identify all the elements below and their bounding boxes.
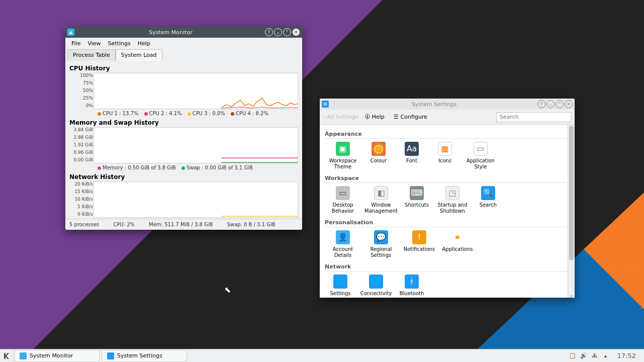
section-appearance: Appearance <box>325 131 570 139</box>
cpu-history-chart: 100% 75% 50% 25% 0% <box>94 73 298 109</box>
chevron-down-icon[interactable]: ⌄ <box>568 292 575 298</box>
system-settings-titlebar[interactable]: ⚙ System Settings ? ⌄ ⌃ ✕ <box>320 99 575 110</box>
menu-settings[interactable]: Settings <box>105 39 134 48</box>
help-button[interactable]: 🛈Help <box>361 113 388 121</box>
cpu-sparkline <box>94 73 298 109</box>
section-network: Network <box>325 263 570 272</box>
cpu-history-heading: CPU History <box>69 65 298 72</box>
system-monitor-window: ▲ System Monitor ? ⌄ ⌃ ✕ File View Setti… <box>65 27 302 230</box>
status-mem: Mem: 511.7 MiB / 3.8 GiB <box>149 222 213 227</box>
tab-strip: Process Table System Load <box>65 49 302 61</box>
status-swap: Swap: 0 B / 3.1 GiB <box>227 222 275 227</box>
dot-icon <box>188 112 191 116</box>
item-startup-shutdown[interactable]: ◳Startup and Shutdown <box>434 185 471 215</box>
section-personalisation: Personalisation <box>325 219 570 227</box>
dot-icon <box>98 112 101 116</box>
cpu-legend: CPU 1 : 13.7% CPU 2 : 4.1% CPU 3 : 0.0% … <box>94 111 298 116</box>
y-axis-ticks: 100% 75% 50% 25% 0% <box>69 73 93 108</box>
task-system-monitor[interactable]: System Monitor <box>14 350 100 362</box>
minimize-button-icon[interactable]: ⌄ <box>546 100 555 108</box>
scrollbar-thumb[interactable] <box>569 126 574 260</box>
close-button-icon[interactable]: ✕ <box>565 100 573 108</box>
clipboard-icon[interactable]: 📋 <box>569 352 576 359</box>
taskbar: System Monitor System Settings 📋 🔊 🖧 ▴ 1… <box>0 349 644 362</box>
status-cpu: CPU: 2% <box>113 222 135 227</box>
item-applications[interactable]: ★Applications <box>439 229 476 259</box>
chevron-left-icon: ‹ <box>323 114 325 120</box>
network-history-chart: 20 KiB/s 15 KiB/s 10 KiB/s 5 KiB/s 0 KiB… <box>94 182 298 218</box>
back-button: ‹All Settings <box>323 114 358 120</box>
item-desktop-behavior[interactable]: ▭Desktop Behavior <box>325 185 361 215</box>
status-bar: 5 processes CPU: 2% Mem: 511.7 MiB / 3.8… <box>65 219 302 230</box>
system-tray: 📋 🔊 🖧 ▴ 17:52 <box>565 352 644 359</box>
dot-icon <box>144 112 148 116</box>
y-axis-ticks: 3.84 GiB 2.88 GiB 1.92 GiB 0.96 GiB 0.00… <box>69 127 93 162</box>
system-monitor-icon <box>20 352 27 359</box>
item-account-details[interactable]: 👤Account Details <box>325 229 361 259</box>
item-icons[interactable]: ▦Icons <box>429 141 461 171</box>
memory-legend: Memory : 0.50 GiB of 3.8 GiB Swap : 0.00… <box>94 165 298 170</box>
system-monitor-icon: ▲ <box>67 29 74 36</box>
menu-view[interactable]: View <box>84 39 104 48</box>
item-notifications[interactable]: !Notifications <box>401 229 437 259</box>
status-processes: 5 processes <box>69 222 99 227</box>
menu-bar: File View Settings Help <box>65 38 302 49</box>
volume-icon[interactable]: 🔊 <box>580 352 587 359</box>
maximize-button-icon[interactable]: ⌃ <box>556 100 564 108</box>
network-icon[interactable]: 🖧 <box>591 352 598 359</box>
network-sparkline <box>94 182 298 217</box>
tray-expand-icon[interactable]: ▴ <box>602 352 609 359</box>
item-shortcuts[interactable]: ⌨Shortcuts <box>401 185 432 215</box>
tab-process-table[interactable]: Process Table <box>67 49 116 61</box>
memory-history-chart: 3.84 GiB 2.88 GiB 1.92 GiB 0.96 GiB 0.00… <box>94 127 298 163</box>
tab-system-load[interactable]: System Load <box>116 49 162 61</box>
item-network-settings[interactable]: 🌐Settings <box>325 274 356 298</box>
clock[interactable]: 17:52 <box>613 352 640 359</box>
item-colour[interactable]: ◯Colour <box>363 141 394 171</box>
help-button-icon[interactable]: ? <box>265 28 273 36</box>
settings-toolbar: ‹All Settings 🛈Help ☰Configure <box>320 110 575 125</box>
configure-button[interactable]: ☰Configure <box>391 113 430 121</box>
scrollbar[interactable]: ⌄ <box>568 125 575 298</box>
memory-sparkline <box>94 128 298 163</box>
window-title: System Monitor <box>77 29 264 36</box>
item-search[interactable]: 🔍Search <box>473 185 504 215</box>
item-window-management[interactable]: ◧Window Management <box>363 185 399 215</box>
help-icon: 🛈 <box>364 114 370 120</box>
menu-help[interactable]: Help <box>135 39 153 48</box>
dot-icon <box>181 166 185 170</box>
item-application-style[interactable]: ▭Application Style <box>463 141 499 171</box>
y-axis-ticks: 20 KiB/s 15 KiB/s 10 KiB/s 5 KiB/s 0 KiB… <box>69 182 93 217</box>
dot-icon <box>231 112 234 116</box>
item-bluetooth[interactable]: ᚼBluetooth <box>396 274 427 298</box>
item-connectivity[interactable]: 🌐Connectivity <box>358 274 394 298</box>
dot-icon <box>98 166 101 170</box>
menu-file[interactable]: File <box>68 39 83 48</box>
maximize-button-icon[interactable]: ⌃ <box>283 28 291 36</box>
system-monitor-body: CPU History 100% 75% 50% 25% 0% CPU 1 : … <box>65 61 302 219</box>
help-button-icon[interactable]: ? <box>537 100 545 108</box>
network-history-heading: Network History <box>69 173 298 180</box>
item-workspace-theme[interactable]: ▣Workspace Theme <box>325 141 361 171</box>
system-monitor-titlebar[interactable]: ▲ System Monitor ? ⌄ ⌃ ✕ <box>65 27 302 38</box>
task-system-settings[interactable]: System Settings <box>102 350 187 362</box>
close-button-icon[interactable]: ✕ <box>292 28 300 36</box>
minimize-button-icon[interactable]: ⌄ <box>274 28 282 36</box>
system-settings-icon <box>107 352 114 359</box>
search-input[interactable] <box>496 112 572 122</box>
kde-logo-icon <box>3 352 11 360</box>
settings-body[interactable]: Appearance ▣Workspace Theme ◯Colour AaFo… <box>320 125 575 298</box>
system-settings-icon: ⚙ <box>322 101 329 108</box>
item-regional-settings[interactable]: 💬Regional Settings <box>363 229 399 259</box>
window-title: System Settings <box>332 101 536 108</box>
launcher-button[interactable] <box>0 349 13 363</box>
hamburger-icon: ☰ <box>394 114 399 120</box>
item-font[interactable]: AaFont <box>396 141 427 171</box>
section-workspace: Workspace <box>325 175 570 183</box>
memory-history-heading: Memory and Swap History <box>69 119 298 126</box>
system-settings-window: ⚙ System Settings ? ⌄ ⌃ ✕ ‹All Settings … <box>320 99 575 298</box>
